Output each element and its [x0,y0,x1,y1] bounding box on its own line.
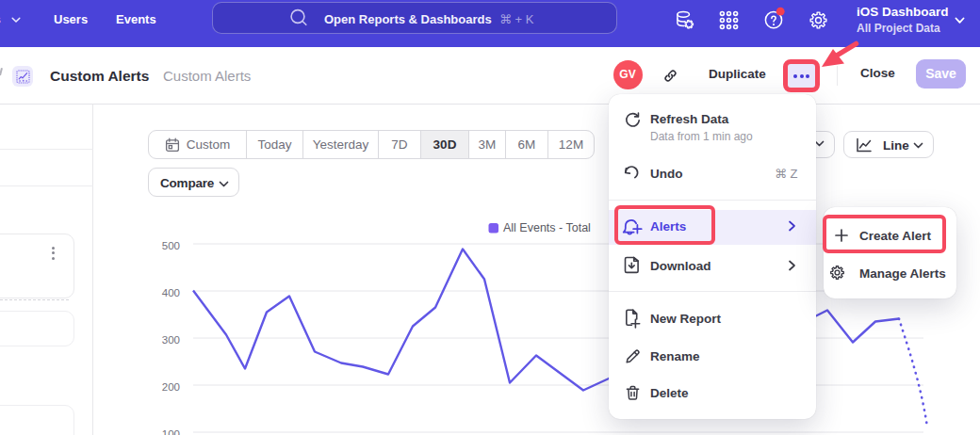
svg-text:300: 300 [162,334,180,346]
svg-text:All Events - Total: All Events - Total [503,221,591,234]
svg-text:500: 500 [162,240,180,251]
svg-text:200: 200 [162,381,180,393]
svg-text:100: 100 [162,428,180,435]
svg-text:400: 400 [162,287,180,298]
